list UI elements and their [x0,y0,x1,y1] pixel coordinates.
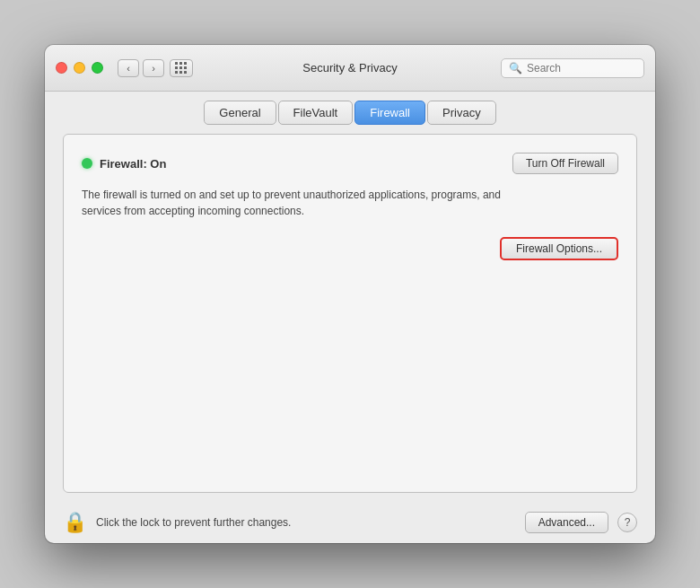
main-window: ‹ › Security & Privacy 🔍 General FileVau… [45,45,655,543]
tab-general[interactable]: General [204,101,276,125]
bottom-bar: 🔒 Click the lock to prevent further chan… [45,502,655,543]
minimize-button[interactable] [74,62,85,74]
forward-button[interactable]: › [143,59,164,77]
help-button[interactable]: ? [617,513,637,532]
firewall-description: The firewall is turned on and set up to … [82,187,512,219]
search-icon: 🔍 [509,62,522,75]
tab-firewall[interactable]: Firewall [354,101,425,125]
titlebar: ‹ › Security & Privacy 🔍 [45,45,655,92]
back-button[interactable]: ‹ [118,59,139,77]
back-icon: ‹ [127,63,130,74]
tab-bar: General FileVault Firewall Privacy [45,92,655,125]
firewall-status-label: Firewall: On [100,157,166,171]
tab-privacy[interactable]: Privacy [427,101,496,125]
lock-icon[interactable]: 🔒 [63,511,87,534]
lock-text: Click the lock to prevent further change… [96,516,516,529]
firewall-options-button[interactable]: Firewall Options... [500,237,618,260]
search-input[interactable] [527,62,636,75]
search-box[interactable]: 🔍 [501,58,644,78]
nav-buttons: ‹ › [118,59,164,77]
firewall-status-row: Firewall: On Turn Off Firewall [82,153,618,174]
window-title: Security & Privacy [302,61,397,75]
content-panel: Firewall: On Turn Off Firewall The firew… [63,134,637,493]
forward-icon: › [152,63,155,74]
firewall-status-dot [82,158,92,169]
tab-filevault[interactable]: FileVault [278,101,354,125]
status-left: Firewall: On [82,157,166,171]
close-button[interactable] [56,62,67,74]
turn-off-firewall-button[interactable]: Turn Off Firewall [512,153,618,174]
advanced-button[interactable]: Advanced... [525,512,608,533]
traffic-lights [56,62,103,74]
grid-icon [175,62,188,75]
options-button-row: Firewall Options... [82,237,618,260]
grid-button[interactable] [170,59,193,77]
maximize-button[interactable] [92,62,103,74]
